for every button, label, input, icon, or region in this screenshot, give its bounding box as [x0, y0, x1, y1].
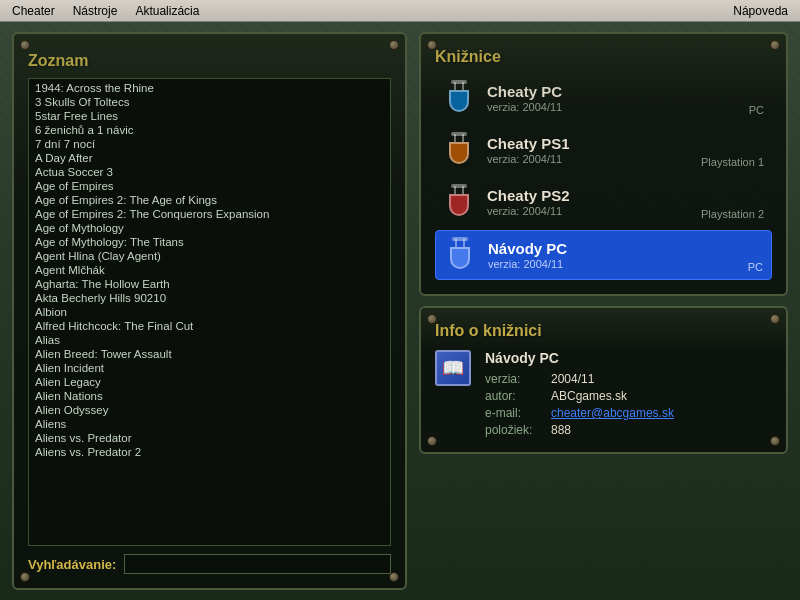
library-name: Návody PC	[488, 240, 748, 257]
bolt-bl	[20, 572, 30, 582]
right-panel: Knižnice Cheaty PCverzia: 2004/11PCCheat…	[419, 32, 788, 590]
list-item[interactable]: Alfred Hitchcock: The Final Cut	[29, 319, 390, 333]
info-count-value: 888	[551, 423, 571, 437]
info-email-value[interactable]: cheater@abcgames.sk	[551, 406, 674, 420]
list-item[interactable]: Aliens vs. Predator 2	[29, 445, 390, 459]
list-item[interactable]: Alien Nations	[29, 389, 390, 403]
list-item[interactable]: Alien Incident	[29, 361, 390, 375]
list-item[interactable]: A Day After	[29, 151, 390, 165]
flask-icon	[443, 132, 475, 168]
list-item[interactable]: Albion	[29, 305, 390, 319]
game-list[interactable]: 1944: Across the Rhine3 Skulls Of Toltec…	[29, 79, 390, 545]
library-name: Cheaty PS2	[487, 187, 701, 204]
menu-aktualizacia[interactable]: Aktualizácia	[127, 2, 207, 20]
info-name: Návody PC	[485, 350, 772, 366]
list-item[interactable]: 3 Skulls Of Toltecs	[29, 95, 390, 109]
info-version-row: verzia: 2004/11	[485, 372, 772, 386]
bolt-tr-lib	[770, 40, 780, 50]
list-item[interactable]: 6 ženichů a 1 návic	[29, 123, 390, 137]
list-item[interactable]: Alien Odyssey	[29, 403, 390, 417]
libraries-title: Knižnice	[435, 48, 772, 66]
list-item[interactable]: 7 dní 7 nocí	[29, 137, 390, 151]
menu-napoveda[interactable]: Nápoveda	[725, 2, 796, 20]
library-name: Cheaty PS1	[487, 135, 701, 152]
library-item[interactable]: Návody PCverzia: 2004/11PC	[435, 230, 772, 280]
info-count-row: položiek: 888	[485, 423, 772, 437]
search-bar: Vyhľadávanie:	[28, 554, 391, 574]
info-details: Návody PC verzia: 2004/11 autor: ABCgame…	[485, 350, 772, 440]
info-author-label: autor:	[485, 389, 545, 403]
flask-icon	[443, 184, 475, 220]
list-item[interactable]: Alias	[29, 333, 390, 347]
bolt-br	[389, 572, 399, 582]
info-title: Info o knižnici	[435, 322, 772, 340]
list-item[interactable]: Agharta: The Hollow Earth	[29, 277, 390, 291]
library-item[interactable]: Cheaty PS1verzia: 2004/11Playstation 1	[435, 126, 772, 174]
main-content: Zoznam 1944: Across the Rhine3 Skulls Of…	[0, 22, 800, 600]
library-info: Cheaty PS1verzia: 2004/11	[487, 135, 701, 165]
library-version: verzia: 2004/11	[487, 205, 701, 217]
list-item[interactable]: Age of Empires 2: The Age of Kings	[29, 193, 390, 207]
library-version: verzia: 2004/11	[487, 101, 749, 113]
list-item[interactable]: Aliens vs. Predator	[29, 431, 390, 445]
game-list-container: 1944: Across the Rhine3 Skulls Of Toltec…	[28, 78, 391, 546]
book-icon: 📖	[435, 350, 471, 386]
list-item[interactable]: Age of Mythology	[29, 221, 390, 235]
list-item[interactable]: Actua Soccer 3	[29, 165, 390, 179]
bolt-tl	[20, 40, 30, 50]
bolt-tr	[389, 40, 399, 50]
library-version: verzia: 2004/11	[487, 153, 701, 165]
list-item[interactable]: Agent Hlina (Clay Agent)	[29, 249, 390, 263]
menu-nastroje[interactable]: Nástroje	[65, 2, 126, 20]
libraries-list: Cheaty PCverzia: 2004/11PCCheaty PS1verz…	[435, 74, 772, 280]
list-item[interactable]: Aliens	[29, 417, 390, 431]
info-author-row: autor: ABCgames.sk	[485, 389, 772, 403]
bolt-bl-info	[427, 436, 437, 446]
info-count-label: položiek:	[485, 423, 545, 437]
info-content: 📖 Návody PC verzia: 2004/11 autor: ABCga…	[435, 350, 772, 440]
library-info: Cheaty PS2verzia: 2004/11	[487, 187, 701, 217]
library-platform: Playstation 2	[701, 208, 764, 220]
info-icon-area: 📖	[435, 350, 471, 440]
library-info: Návody PCverzia: 2004/11	[488, 240, 748, 270]
library-platform: PC	[749, 104, 764, 116]
info-panel: Info o knižnici 📖 Návody PC verzia: 2004…	[419, 306, 788, 454]
zoznam-title: Zoznam	[28, 52, 391, 70]
list-item[interactable]: Agent Mlčhák	[29, 263, 390, 277]
library-item[interactable]: Cheaty PCverzia: 2004/11PC	[435, 74, 772, 122]
info-email-row: e-mail: cheater@abcgames.sk	[485, 406, 772, 420]
info-version-value: 2004/11	[551, 372, 594, 386]
info-email-label: e-mail:	[485, 406, 545, 420]
flask-icon	[444, 237, 476, 273]
menubar-left: Cheater Nástroje Aktualizácia	[4, 2, 725, 20]
library-platform: Playstation 1	[701, 156, 764, 168]
bolt-tr-info	[770, 314, 780, 324]
menu-cheater[interactable]: Cheater	[4, 2, 63, 20]
library-version: verzia: 2004/11	[488, 258, 748, 270]
bolt-br-info	[770, 436, 780, 446]
list-item[interactable]: 5star Free Lines	[29, 109, 390, 123]
zoznam-panel: Zoznam 1944: Across the Rhine3 Skulls Of…	[12, 32, 407, 590]
library-name: Cheaty PC	[487, 83, 749, 100]
search-label: Vyhľadávanie:	[28, 557, 116, 572]
search-input[interactable]	[124, 554, 391, 574]
list-item[interactable]: Age of Empires 2: The Conquerors Expansi…	[29, 207, 390, 221]
bolt-tl-info	[427, 314, 437, 324]
bolt-tl-lib	[427, 40, 437, 50]
menubar: Cheater Nástroje Aktualizácia Nápoveda	[0, 0, 800, 22]
list-item[interactable]: Alien Breed: Tower Assault	[29, 347, 390, 361]
info-author-value: ABCgames.sk	[551, 389, 627, 403]
library-info: Cheaty PCverzia: 2004/11	[487, 83, 749, 113]
list-item[interactable]: Age of Mythology: The Titans	[29, 235, 390, 249]
library-item[interactable]: Cheaty PS2verzia: 2004/11Playstation 2	[435, 178, 772, 226]
list-item[interactable]: Age of Empires	[29, 179, 390, 193]
flask-icon	[443, 80, 475, 116]
info-version-label: verzia:	[485, 372, 545, 386]
list-item[interactable]: Akta Becherly Hills 90210	[29, 291, 390, 305]
library-platform: PC	[748, 261, 763, 273]
list-item[interactable]: 1944: Across the Rhine	[29, 81, 390, 95]
list-item[interactable]: Alien Legacy	[29, 375, 390, 389]
libraries-panel: Knižnice Cheaty PCverzia: 2004/11PCCheat…	[419, 32, 788, 296]
